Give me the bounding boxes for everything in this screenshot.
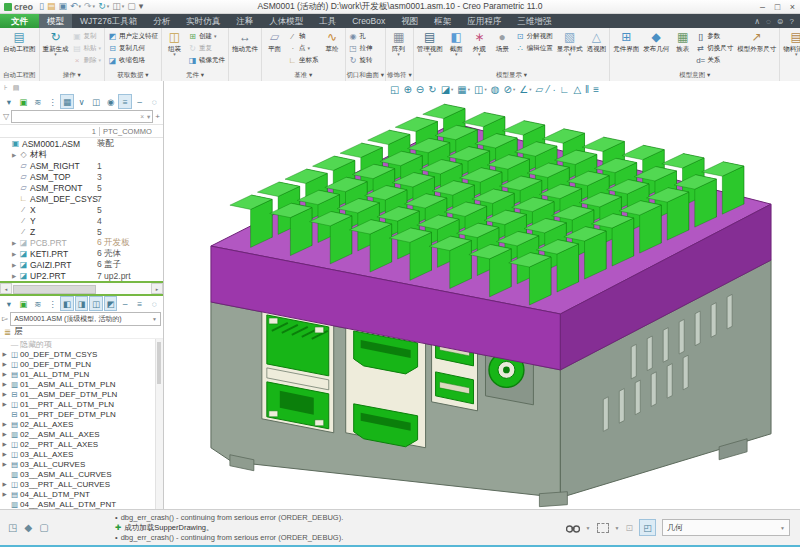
close-button[interactable]: × — [785, 1, 800, 13]
tab-框架[interactable]: 框架 — [426, 14, 459, 28]
3d-model[interactable] — [164, 81, 800, 510]
tree-list-icon[interactable]: ≡ — [118, 94, 132, 109]
tab-file[interactable]: 文件 — [0, 14, 39, 28]
tree-show-icon[interactable]: ◫ — [89, 94, 103, 109]
show-points-icon[interactable]: ∙ — [553, 83, 556, 96]
layer-item[interactable]: ▥03__ASM_ALL_CURVES — [0, 469, 163, 479]
layer-view2-icon[interactable]: ◨ — [75, 296, 89, 311]
tree-col1-header[interactable]: 1 — [0, 127, 99, 136]
refit-icon[interactable]: ◱ — [390, 83, 399, 96]
add-filter-icon[interactable]: + — [155, 112, 160, 121]
tree-item[interactable]: ▣ASM0001.ASM装配 — [0, 138, 163, 149]
command-search-icon[interactable]: ◌ — [766, 17, 771, 26]
section-button[interactable]: ◧截面▾ — [445, 29, 468, 58]
ribbon-group-label[interactable]: 操作 ▾ — [41, 69, 104, 81]
layer-item[interactable]: ▥04__ASM_ALL_DTM_PNT — [0, 499, 163, 509]
tree-type-dropdown-icon[interactable]: ▾ — [2, 94, 16, 109]
tab-三维增强[interactable]: 三维增强 — [509, 14, 559, 28]
publish-geometry-button[interactable]: ◆发布几何 — [641, 29, 671, 53]
tree-search-icon[interactable]: ◌ — [147, 94, 161, 109]
expander-icon[interactable]: ▶ — [0, 391, 9, 397]
expander-icon[interactable]: ▶ — [0, 441, 9, 447]
datum-point-button[interactable]: ∙点▾ — [288, 43, 319, 53]
tree-item[interactable]: ▶◪GAIZI.PRT6 盖子 — [0, 259, 163, 270]
expander-icon[interactable]: ▶ — [0, 491, 9, 497]
layer-item[interactable]: ▶▤03_ALL_CURVES — [0, 459, 163, 469]
window-icon[interactable]: ◫▾ — [112, 2, 124, 11]
relations-button[interactable]: d=关系 — [696, 55, 733, 65]
tree-tab-icon[interactable]: ▤ — [13, 84, 20, 92]
expander-icon[interactable]: ▶ — [0, 451, 9, 457]
model-size-button[interactable]: ↗模型外形尺寸 — [735, 29, 778, 53]
tree-item[interactable]: ⁄Y4 — [0, 215, 163, 226]
redo-icon[interactable]: ↷▾ — [84, 2, 95, 11]
tab-分析[interactable]: 分析 — [145, 14, 178, 28]
tree-collapse-icon[interactable]: ∨ — [75, 94, 89, 109]
tree-item[interactable]: ⁄X5 — [0, 204, 163, 215]
layer-filters-icon[interactable]: ≋ — [31, 296, 45, 311]
layer-item[interactable]: ▶▤04_ALL_DTM_PNT — [0, 489, 163, 499]
selection-filter-dropdown[interactable]: 几何 ▼ — [662, 519, 790, 536]
regenerate-icon[interactable]: ↻▾ — [98, 2, 109, 11]
expander-icon[interactable]: ▶ — [10, 251, 18, 257]
mirror-component-button[interactable]: ◨镜像元件 — [188, 55, 225, 65]
switch-dims-button[interactable]: ⇄切换尺寸 — [696, 43, 733, 53]
expander-icon[interactable]: ▶ — [0, 361, 9, 367]
perspective-icon[interactable]: △ — [573, 83, 581, 96]
select-inside-icon[interactable]: ◰ — [639, 519, 656, 536]
minimize-button[interactable]: – — [755, 1, 770, 13]
udf-button[interactable]: ◩用户定义特征 — [108, 31, 158, 41]
expander-icon[interactable]: ▶ — [10, 273, 18, 279]
tab-应用程序[interactable]: 应用程序 — [459, 14, 509, 28]
layer-item[interactable]: ▶⊟01__ASM_DEF_DTM_PLN — [0, 389, 163, 399]
family-table-button[interactable]: ▦族表 — [671, 29, 694, 53]
perspective-button[interactable]: △透视图 — [585, 29, 609, 53]
expander-icon[interactable]: ▶ — [0, 421, 9, 427]
show-axes-icon[interactable]: ⁄ — [547, 83, 549, 96]
ribbon-group-label[interactable]: 修饰符 ▾ — [387, 69, 412, 81]
tab-实时仿真[interactable]: 实时仿真 — [178, 14, 228, 28]
layer-item[interactable]: ▶◫03_ALL_AXES — [0, 449, 163, 459]
expander-icon[interactable]: ▶ — [0, 431, 9, 437]
expander-icon[interactable]: ▶ — [10, 240, 18, 246]
scroll-thumb[interactable] — [13, 285, 96, 294]
expander-icon[interactable]: ▶ — [0, 461, 9, 467]
tree-item[interactable]: ▱ASM_TOP3 — [0, 171, 163, 182]
tab-工具[interactable]: 工具 — [311, 14, 344, 28]
datum-plane-button[interactable]: ▱平面 — [263, 29, 286, 53]
find-dropdown-icon[interactable]: ▼ — [586, 525, 591, 531]
paste-button[interactable]: ▤粘贴▾ — [73, 43, 102, 53]
layer-vscrollbar[interactable] — [155, 339, 163, 510]
layer-item[interactable]: ▶◫00_DEF_DTM_CSYS — [0, 349, 163, 359]
layer-columns-icon[interactable]: ⋮ — [46, 296, 60, 311]
auto-drawing-button[interactable]: ▤自动工程图 — [1, 29, 38, 53]
expander-icon[interactable]: ▶ — [0, 351, 9, 357]
layer-search-icon[interactable]: ◌ — [147, 296, 161, 311]
bom-button[interactable]: ▤物料清单▾ — [781, 29, 800, 58]
expander-icon[interactable]: ▶ — [0, 481, 9, 487]
drag-component-button[interactable]: ↔拖动元件 — [230, 29, 260, 53]
regenerate-button[interactable]: ↻重新生成▾ — [41, 29, 71, 58]
tree-col2-header[interactable]: PTC_COMMO — [99, 127, 152, 136]
layer-minus-icon[interactable]: – — [118, 296, 132, 311]
show-csys-icon[interactable]: ∟ — [560, 83, 570, 96]
ribbon-group-label[interactable]: 元件 ▾ — [163, 69, 227, 81]
revolve-button[interactable]: ↻旋转 — [349, 55, 373, 65]
layer-item[interactable]: ⊟01__PRT_DEF_DTM_PLN — [0, 409, 163, 419]
status-browser-icon[interactable]: ▢ — [39, 522, 48, 533]
shrinkwrap-button[interactable]: ◪收缩包络 — [108, 55, 158, 65]
layer-item[interactable]: ▶▤01_ALL_DTM_PLN — [0, 369, 163, 379]
tree-item[interactable]: ∟ASM_DEF_CSYS7 — [0, 193, 163, 204]
tab-视图[interactable]: 视图 — [393, 14, 426, 28]
scroll-right-icon[interactable]: ▸ — [151, 283, 163, 294]
expander-icon[interactable]: ▶ — [10, 262, 18, 268]
tab-人体模型[interactable]: 人体模型 — [261, 14, 311, 28]
pointer-icon[interactable]: ▻ — [2, 314, 8, 323]
tree-filters-icon[interactable]: ≋ — [31, 94, 45, 109]
extrude-button[interactable]: ◳拉伸 — [349, 43, 373, 53]
component-interface-button[interactable]: ⊞元件界面 — [611, 29, 641, 53]
pattern-button[interactable]: ▦阵列▾ — [387, 29, 410, 58]
status-model-icon[interactable]: ◆ — [24, 522, 32, 533]
ribbon-group-label[interactable]: 模型意图 ▾ — [611, 69, 778, 81]
status-log-icon[interactable]: ◳ — [8, 522, 17, 533]
